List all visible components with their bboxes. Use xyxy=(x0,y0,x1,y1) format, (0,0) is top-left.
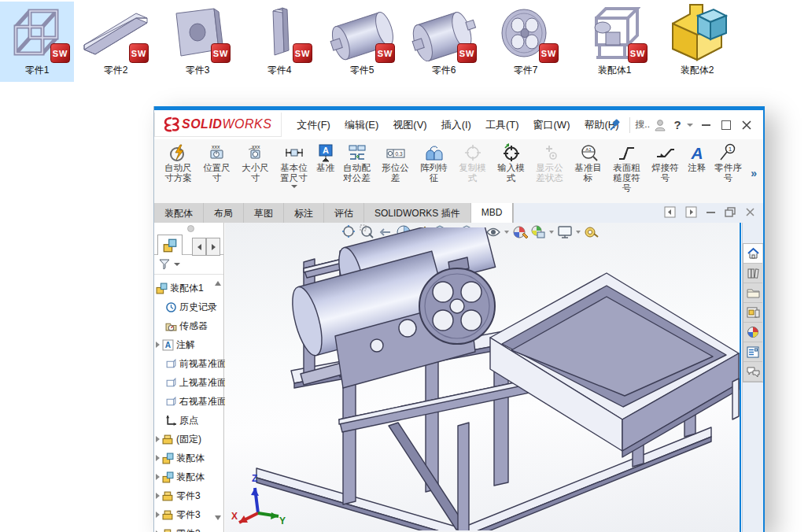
panel-tab-scroll-left[interactable] xyxy=(192,238,206,256)
size-dimension-icon: xxx xyxy=(245,143,266,163)
tab-annotate[interactable]: 标注 xyxy=(284,203,324,223)
tree-item-part3-a[interactable]: 零件3 xyxy=(154,486,222,505)
desktop-icon-assembly2[interactable]: 装配体2 xyxy=(660,2,734,82)
taskpane-custom-properties-button[interactable] xyxy=(743,342,762,362)
datum-button[interactable]: A 基准 xyxy=(315,143,336,173)
tree-item-history[interactable]: 历史记录 xyxy=(165,297,233,316)
surface-finish-symbol-button[interactable]: 表面粗糙度符号 xyxy=(610,143,644,194)
menu-edit[interactable]: 编辑(E) xyxy=(338,118,386,132)
tree-scroll-up[interactable] xyxy=(215,281,221,286)
geometric-tolerance-icon: 0.3 xyxy=(386,143,406,163)
tree-item-sensors[interactable]: 传感器 xyxy=(165,316,233,335)
featuremanager-tab[interactable] xyxy=(157,235,183,255)
tree-item-part3-c[interactable]: 零件3 xyxy=(154,524,222,532)
size-dimension-button[interactable]: xxx 大小尺寸 xyxy=(238,143,273,183)
panel-grip[interactable] xyxy=(187,225,194,232)
menu-file[interactable]: 文件(F) xyxy=(290,118,338,132)
tab-evaluate[interactable]: 评估 xyxy=(324,203,364,223)
expand-arrow-icon[interactable] xyxy=(156,436,160,442)
desktop-icon-part4[interactable]: SW 零件4 xyxy=(242,2,316,82)
part6-cylinder-shaft-icon: SW xyxy=(407,2,481,65)
balloon-button[interactable]: 1 零件序号 xyxy=(711,143,746,183)
expand-arrow-icon[interactable] xyxy=(156,493,160,499)
expand-arrow-icon[interactable] xyxy=(156,455,160,461)
toolbar-overflow-button[interactable]: » xyxy=(751,167,757,179)
menu-view[interactable]: 视图(V) xyxy=(386,118,434,132)
tab-layout[interactable]: 布局 xyxy=(204,203,244,223)
tree-item-part3-b[interactable]: 零件3 xyxy=(154,505,222,524)
tab-assembly[interactable]: 装配体 xyxy=(154,203,204,223)
taskpane-view-palette-button[interactable] xyxy=(743,303,762,323)
taskpane-appearances-button[interactable] xyxy=(743,323,762,342)
auto-dimension-scheme-icon xyxy=(168,143,189,163)
tree-scroll-down[interactable] xyxy=(215,515,221,520)
taskpane-design-library-button[interactable] xyxy=(743,264,762,283)
expand-arrow-icon[interactable] xyxy=(156,342,160,348)
menu-window[interactable]: 窗口(W) xyxy=(526,118,577,132)
doc-restore-icon[interactable] xyxy=(725,207,736,217)
dropdown-arrow-icon[interactable] xyxy=(291,185,297,188)
filter-dropdown-icon[interactable] xyxy=(174,263,180,266)
pin-menu-icon[interactable] xyxy=(604,115,625,135)
desktop-icon-label: 零件3 xyxy=(160,65,234,76)
desktop-icon-assembly1[interactable]: SW 装配体1 xyxy=(577,2,651,82)
tab-mbd[interactable]: MBD xyxy=(471,203,514,223)
model-3d-jaw-crusher xyxy=(225,227,741,530)
desktop-icon-part7[interactable]: SW 零件7 xyxy=(489,2,563,82)
sensor-icon xyxy=(165,320,177,332)
basic-location-dimension-button[interactable]: 基本位置尺寸 xyxy=(277,143,312,188)
expand-arrow-icon[interactable] xyxy=(156,512,160,518)
doc-minimize-icon[interactable] xyxy=(707,212,715,213)
desktop-icon-label: 零件2 xyxy=(79,65,153,76)
weld-symbol-button[interactable]: 焊接符号 xyxy=(648,143,683,183)
user-account-icon[interactable] xyxy=(650,115,670,135)
triad-x-label: X xyxy=(231,511,238,522)
desktop-icon-label: 装配体2 xyxy=(660,65,734,76)
desktop-icon-part5[interactable]: SW 零件5 xyxy=(325,2,399,82)
tree-item-right-plane[interactable]: 右视基准面 xyxy=(165,392,233,411)
close-button[interactable] xyxy=(736,115,757,135)
pattern-feature-button[interactable]: 阵列特征 xyxy=(417,143,452,183)
svg-text:A: A xyxy=(165,341,172,349)
triad-z-label: Z xyxy=(252,473,257,484)
search-box[interactable]: 搜.. xyxy=(635,118,650,131)
taskpane-forum-button[interactable] xyxy=(743,362,762,382)
import-mode-button[interactable]: 输入模式 xyxy=(494,143,529,183)
help-dropdown-icon[interactable] xyxy=(684,115,695,135)
auto-mate-tolerance-button[interactable]: 自动配对公差 xyxy=(340,143,374,183)
pane-left-icon[interactable] xyxy=(664,206,676,218)
tree-item-subassembly-2[interactable]: 装配体 xyxy=(154,467,222,486)
maximize-button[interactable] xyxy=(716,115,736,135)
location-dimension-button[interactable]: xxx 位置尺寸 xyxy=(200,143,234,183)
graphics-viewport[interactable]: Z X Y xyxy=(225,223,741,532)
tree-item-fixed-part[interactable]: (固定) xyxy=(154,430,222,449)
menu-insert[interactable]: 插入(I) xyxy=(434,118,478,132)
datum-target-button[interactable]: A1 基准目标 xyxy=(571,143,606,183)
tree-item-front-plane[interactable]: 前视基准面 xyxy=(165,354,233,373)
desktop-icon-part1[interactable]: SW 零件1 xyxy=(0,2,74,82)
auto-dimension-scheme-button[interactable]: 自动尺寸方案 xyxy=(161,143,196,183)
geometric-tolerance-button[interactable]: 0.3 形位公差 xyxy=(378,143,413,183)
panel-tab-scroll-right[interactable] xyxy=(206,238,220,256)
tree-item-subassembly-1[interactable]: 装配体 xyxy=(154,449,222,467)
note-button[interactable]: A 注释 xyxy=(687,143,707,173)
menu-tools[interactable]: 工具(T) xyxy=(478,118,526,132)
tree-item-top-plane[interactable]: 上视基准面 xyxy=(165,373,233,392)
tab-addins[interactable]: SOLIDWORKS 插件 xyxy=(364,203,471,223)
taskpane-file-explorer-button[interactable] xyxy=(743,283,762,303)
desktop-icon-part3[interactable]: SW 零件3 xyxy=(160,2,234,82)
tab-sketch[interactable]: 草图 xyxy=(244,203,284,223)
taskpane-home-button[interactable] xyxy=(743,244,762,264)
expand-arrow-icon[interactable] xyxy=(156,474,160,480)
part7-wheel-icon: SW xyxy=(489,2,563,65)
minimize-button[interactable] xyxy=(695,115,716,135)
tree-item-origin[interactable]: 原点 xyxy=(165,411,233,430)
tree-item-annotations[interactable]: A 注解 xyxy=(154,335,222,354)
desktop-icon-part6[interactable]: SW 零件6 xyxy=(407,2,481,82)
help-button[interactable]: ? xyxy=(670,115,684,135)
tree-root-assembly[interactable]: 装配体1 xyxy=(154,279,222,297)
filter-funnel-icon[interactable] xyxy=(158,258,171,271)
pane-right-icon[interactable] xyxy=(685,206,697,218)
doc-close-icon[interactable] xyxy=(745,207,755,217)
desktop-icon-part2[interactable]: SW 零件2 xyxy=(79,2,153,82)
